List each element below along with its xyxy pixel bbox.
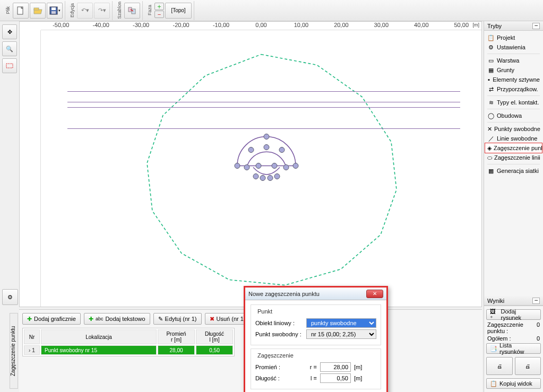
svg-point-21 [293,163,298,169]
mode-label: Typy el. kontakt. [497,99,539,106]
right-panel: Tryby − 📋Projekt⚙Ustawienia▭Warstwa▦Grun… [484,21,543,392]
collapse-results-button[interactable]: − [532,298,540,304]
mode-item-zag-szczenie-punktu[interactable]: ◈Zagęszczenie punktu [485,143,542,153]
line-object-select[interactable]: punkty swobodne [306,318,376,328]
group-label-plik: Plik [4,6,12,14]
mode-icon: ◈ [487,144,492,152]
table-row[interactable]: › 1 Punkt swobodny nr 15 28,00 0,50 [24,345,233,355]
mode-item-generacja-siatki[interactable]: ▩Generacja siatki [485,166,542,176]
bottom-panel-tab[interactable]: Zagęszczenie punktu [10,313,18,389]
svg-point-17 [264,134,269,140]
svg-rect-6 [132,9,135,14]
svg-point-19 [279,147,285,153]
svg-rect-3 [51,7,56,10]
save-file-button[interactable]: ▾ [47,3,63,19]
phase-remove-button[interactable]: － [154,11,164,18]
svg-point-24 [268,176,273,181]
svg-point-23 [260,176,265,181]
copy-view-button[interactable]: 📋Kopiuj widok [486,378,541,389]
mode-label: Generacja siatki [497,168,539,174]
svg-marker-8 [147,55,397,285]
undo-button[interactable]: ↶▾ [77,3,93,19]
mode-label: Obudowa [497,112,522,119]
new-densification-dialog: Nowe zagęszczenia punktu ✕ Punkt Obiekt … [244,286,388,392]
mode-item-obudowa[interactable]: ◯Obudowa [485,111,542,120]
mode-icon: ⇄ [487,85,495,93]
group-label-szablon: Szablon [116,2,123,19]
mode-icon: ▪ [487,76,490,83]
mode-item-zag-szczenie-linii[interactable]: ⬭Zagęszczenie linii [485,153,542,162]
mode-label: Elementy sztywne [493,76,540,83]
densification-table[interactable]: Nr Lokalizacja Promień r [m] Długość l [… [22,328,235,356]
new-file-button[interactable] [13,3,29,19]
free-point-select[interactable]: nr 15 (0,00; 2,25) [306,329,376,339]
modes-header: Tryby [487,23,502,29]
mode-item-przyporz-dkow-[interactable]: ⇄Przyporządkow. [485,84,542,94]
group-label-faza: Faza [146,5,153,15]
mode-icon: ⬭ [487,154,492,161]
redo-button[interactable]: ↷▾ [94,3,110,19]
svg-point-20 [283,165,289,170]
mode-label: Linie swobodne [497,135,537,142]
topo-phase-button[interactable]: [Topo] [165,3,192,19]
edit-button[interactable]: ✎Edytuj (nr 1) [153,313,202,325]
mode-icon: ✕ [487,125,492,133]
canvas-area[interactable]: [m] -50,00-40,00-30,00-20,00-10,000,0010… [19,21,482,307]
print-color-button[interactable]: 🖨 [515,357,541,375]
mode-item-grunty[interactable]: ▦Grunty [485,65,542,75]
add-text-button[interactable]: ✚abcDodaj tekstowo [84,313,150,325]
results-header: Wyniki [487,298,504,304]
mode-icon: ▦ [487,66,495,74]
phase-add-button[interactable]: ＋ [154,3,164,10]
mode-label: Zagęszczenie linii [494,154,540,161]
mode-item-typy-el-kontakt-[interactable]: ≋Typy el. kontakt. [485,98,542,107]
svg-point-14 [235,163,240,169]
mode-label: Zagęszczenie punktu [494,145,542,151]
drawing-list-button[interactable]: 📑Lista rysunków [486,343,541,354]
open-file-button[interactable] [30,3,46,19]
mode-item-warstwa[interactable]: ▭Warstwa [485,56,542,65]
length-input[interactable] [320,373,351,383]
mode-label: Punkty swobodne [494,126,540,132]
ruler-top: -50,00-40,00-30,00-20,00-10,000,0010,002… [41,22,481,30]
mode-label: Projekt [497,34,515,41]
mode-item-elementy-sztywne[interactable]: ▪Elementy sztywne [485,75,542,84]
radius-input[interactable] [320,362,351,372]
ruler-left: 30,0020,0010,000,00-10,00-20,00-30,00 [20,30,41,307]
add-drawing-button[interactable]: 🖼⁺Dodaj rysunek [486,309,541,320]
svg-rect-7 [6,64,13,68]
mode-icon: ／ [487,135,495,142]
mode-item-projekt[interactable]: 📋Projekt [485,33,542,42]
pan-tool-button[interactable]: ✥ [2,24,17,39]
drawing-viewport[interactable] [41,30,481,307]
svg-point-27 [272,163,277,169]
mode-item-linie-swobodne[interactable]: ／Linie swobodne [485,134,542,143]
svg-point-25 [274,174,280,179]
fit-view-button[interactable] [2,58,17,73]
mode-icon: ◯ [487,112,495,119]
group-label-edycja: Edycja [68,3,76,18]
zoom-tool-button[interactable]: 🔍 [2,41,17,56]
svg-point-22 [253,174,258,179]
left-toolbar: ✥ 🔍 [2,24,18,73]
mode-item-ustawienia[interactable]: ⚙Ustawienia [485,42,542,52]
dialog-close-button[interactable]: ✕ [366,290,383,298]
dialog-title: Nowe zagęszczenia punktu [248,291,320,297]
mode-icon: ⚙ [487,43,495,51]
mode-label: Grunty [497,67,514,73]
svg-point-16 [248,147,254,153]
add-graphic-button[interactable]: ✚Dodaj graficznie [22,313,81,325]
svg-point-15 [244,165,249,170]
template-button[interactable] [124,3,140,19]
print-button[interactable]: 🖨 [486,357,513,375]
mode-item-punkty-swobodne[interactable]: ✕Punkty swobodne [485,124,542,134]
mode-label: Przyporządkow. [497,86,538,92]
collapse-modes-button[interactable]: − [532,23,540,29]
mode-icon: ≋ [487,99,495,106]
mode-label: Ustawienia [497,44,525,50]
svg-rect-4 [51,11,56,14]
svg-point-26 [256,163,261,169]
mode-icon: ▭ [487,57,495,64]
mode-icon: ▩ [487,167,495,175]
settings-gear-button[interactable]: ⚙ [2,289,18,305]
